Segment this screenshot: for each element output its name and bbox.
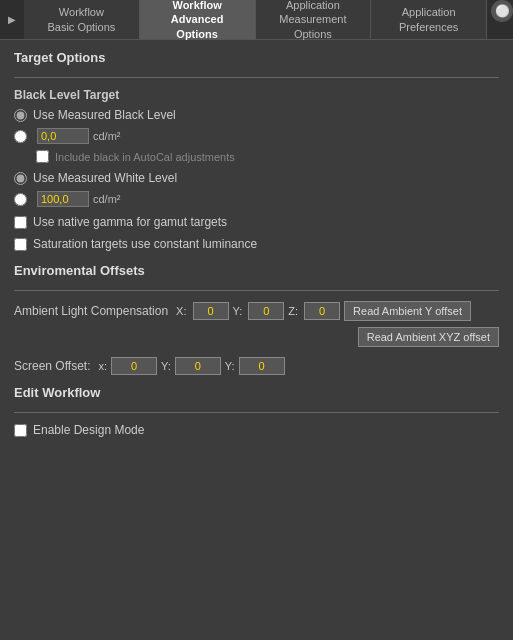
include-black-checkbox[interactable]	[36, 150, 49, 163]
screen-offset-row: Screen Offset: x: Y: Y:	[14, 357, 499, 375]
radio-use-measured-black[interactable]	[14, 109, 27, 122]
native-gamma-label: Use native gamma for gamut targets	[33, 215, 227, 229]
use-measured-white-label: Use Measured White Level	[33, 171, 177, 185]
enable-design-mode-row: Enable Design Mode	[14, 423, 499, 437]
tab-workflow-advanced[interactable]: Workflow Advanced Options	[140, 0, 256, 39]
x-axis-label: X:	[176, 305, 186, 317]
white-unit: cd/m²	[93, 193, 121, 205]
black-unit: cd/m²	[93, 130, 121, 142]
tab-workflow-basic[interactable]: Workflow Basic Options	[24, 0, 140, 39]
tab-bar: ▶ Workflow Basic Options Workflow Advanc…	[0, 0, 513, 40]
custom-black-row: cd/m²	[14, 128, 499, 144]
divider-target	[14, 77, 499, 78]
target-options-title: Target Options	[14, 50, 499, 69]
z-axis-label: Z:	[288, 305, 298, 317]
radio-custom-white[interactable]	[14, 193, 27, 206]
screen-y-input[interactable]	[175, 357, 221, 375]
radio-use-measured-white[interactable]	[14, 172, 27, 185]
radio-custom-black[interactable]	[14, 130, 27, 143]
use-measured-black-row: Use Measured Black Level	[14, 108, 499, 122]
edit-workflow-title: Edit Workflow	[14, 385, 499, 404]
main-content: Target Options Black Level Target Use Me…	[0, 40, 513, 455]
screen-x-input[interactable]	[111, 357, 157, 375]
enable-design-mode-label: Enable Design Mode	[33, 423, 144, 437]
settings-icon[interactable]: ⚪	[491, 0, 513, 22]
screen-z-label: Y:	[225, 360, 235, 372]
screen-x-label: x:	[98, 360, 107, 372]
read-ambient-y-button[interactable]: Read Ambient Y offset	[344, 301, 471, 321]
include-black-row: Include black in AutoCal adjustments	[36, 150, 499, 163]
use-measured-black-label: Use Measured Black Level	[33, 108, 176, 122]
ambient-light-row: Ambient Light Compensation X: Y: Z: Read…	[14, 301, 499, 321]
divider-env	[14, 290, 499, 291]
saturation-targets-label: Saturation targets use constant luminanc…	[33, 237, 257, 251]
screen-offset-label: Screen Offset:	[14, 359, 90, 373]
native-gamma-row: Use native gamma for gamut targets	[14, 215, 499, 229]
black-value-input[interactable]	[37, 128, 89, 144]
white-value-input[interactable]	[37, 191, 89, 207]
enable-design-mode-checkbox[interactable]	[14, 424, 27, 437]
ambient-x-input[interactable]	[193, 302, 229, 320]
native-gamma-checkbox[interactable]	[14, 216, 27, 229]
read-ambient-xyz-button[interactable]: Read Ambient XYZ offset	[358, 327, 499, 347]
environmental-offsets-title: Enviromental Offsets	[14, 263, 499, 282]
saturation-targets-row: Saturation targets use constant luminanc…	[14, 237, 499, 251]
tab-scroll-left[interactable]: ▶	[0, 0, 24, 39]
edit-workflow-section: Edit Workflow Enable Design Mode	[14, 385, 499, 437]
tab-app-measurement[interactable]: Application Measurement Options	[256, 0, 372, 39]
black-level-target-label: Black Level Target	[14, 88, 499, 102]
saturation-targets-checkbox[interactable]	[14, 238, 27, 251]
use-measured-white-row: Use Measured White Level	[14, 171, 499, 185]
y-axis-label: Y:	[233, 305, 243, 317]
ambient-light-label: Ambient Light Compensation	[14, 304, 168, 318]
divider-edit	[14, 412, 499, 413]
read-xyz-row: Read Ambient XYZ offset	[14, 327, 499, 347]
ambient-z-input[interactable]	[304, 302, 340, 320]
ambient-y-input[interactable]	[248, 302, 284, 320]
custom-white-row: cd/m²	[14, 191, 499, 207]
include-black-label: Include black in AutoCal adjustments	[55, 151, 235, 163]
screen-z-input[interactable]	[239, 357, 285, 375]
screen-y-label: Y:	[161, 360, 171, 372]
tab-app-preferences[interactable]: Application Preferences	[371, 0, 487, 39]
